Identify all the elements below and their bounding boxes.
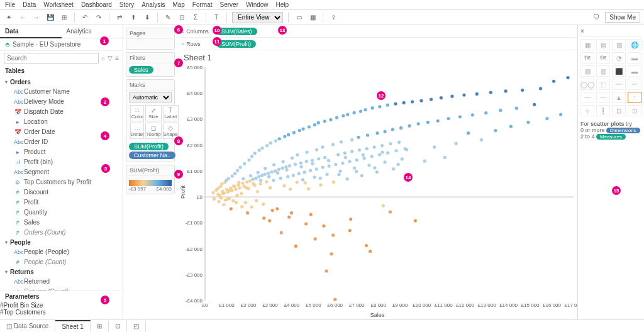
field-people-count-[interactable]: #People (Count) xyxy=(0,257,123,267)
new-dashboard-icon[interactable]: ⊡ xyxy=(109,321,127,331)
menu-analysis[interactable]: Analysis xyxy=(142,1,165,8)
field-product[interactable]: ▸Product xyxy=(0,147,123,157)
marks-label-button[interactable]: TLabel xyxy=(163,105,179,121)
menu-file[interactable]: File xyxy=(5,1,15,8)
menu-format[interactable]: Format xyxy=(192,1,213,8)
field-top-customers[interactable]: #Top Customers xyxy=(0,309,123,316)
showme-type-5[interactable]: 🗺 xyxy=(596,52,610,64)
new-ds-icon[interactable]: ⊞ xyxy=(59,13,69,23)
showme-type-18[interactable]: ▲ xyxy=(612,92,626,103)
fit-select[interactable]: Entire View xyxy=(232,12,283,23)
menu-server[interactable]: Server xyxy=(220,1,238,8)
showme-type-17[interactable]: 〰 xyxy=(596,92,610,103)
showme-type-22[interactable]: ⊡ xyxy=(612,105,626,116)
highlight-icon[interactable]: ✎ xyxy=(163,13,173,23)
field-order-id[interactable]: AbcOrder ID xyxy=(0,137,123,147)
undo-icon[interactable]: ↶ xyxy=(80,13,90,23)
showme-type-12[interactable]: ◯◯ xyxy=(580,79,594,90)
group-people[interactable]: People xyxy=(0,238,123,247)
showme-type-9[interactable]: ▥ xyxy=(596,65,610,77)
share-icon[interactable]: ⇪ xyxy=(328,13,338,23)
showme-type-10[interactable]: ⬛ xyxy=(612,65,626,77)
menu-data[interactable]: Data xyxy=(23,1,36,8)
showme-type-2[interactable]: ▥ xyxy=(612,39,626,50)
field-dispatch-date[interactable]: 📅Dispatch Date xyxy=(0,107,123,117)
group-orders[interactable]: Orders xyxy=(0,77,123,87)
showme-type-19[interactable]: ∴ xyxy=(628,92,641,103)
field-profit-bin-[interactable]: .ılProfit (bin) xyxy=(0,157,123,167)
group-icon[interactable]: ⊡ xyxy=(177,13,187,23)
menu-map[interactable]: Map xyxy=(172,1,184,8)
field-delivery-mode[interactable]: AbcDelivery Mode xyxy=(0,97,123,107)
sort-desc-icon[interactable]: ⬇ xyxy=(142,13,152,23)
redo-icon[interactable]: ↷ xyxy=(94,13,104,23)
marks-size-button[interactable]: ⤢Size xyxy=(145,105,161,121)
rows-shelf[interactable]: Rows SUM(Profit) xyxy=(177,38,577,50)
field-people-people-[interactable]: AbcPeople (People) xyxy=(0,247,123,257)
marks-tooltip-button[interactable]: ◻Tooltip xyxy=(145,123,161,139)
cards-icon[interactable]: ▦ xyxy=(308,13,318,23)
field-quantity[interactable]: #Quantity xyxy=(0,208,123,218)
showme-type-7[interactable]: ▬ xyxy=(628,52,641,64)
showme-type-14[interactable]: 〰 xyxy=(612,79,626,90)
showme-type-4[interactable]: 🗺 xyxy=(580,52,594,64)
field-profit[interactable]: #Profit xyxy=(0,197,123,208)
field-location[interactable]: ▸Location xyxy=(0,117,123,127)
label-icon[interactable]: T xyxy=(211,13,221,23)
mark-pill-customer[interactable]: Customer Na.. xyxy=(129,152,175,159)
present-icon[interactable]: ▭ xyxy=(294,13,304,23)
color-legend-card[interactable]: SUM(Profit) -£3 957£4 883 xyxy=(126,165,175,194)
filter-pill-sales[interactable]: Sales xyxy=(129,66,153,74)
search-icon[interactable]: ⌕ xyxy=(101,55,105,62)
marks-card[interactable]: Marks Automatic ∷Color⤢SizeTLabel…Detail… xyxy=(126,79,175,162)
tab-data[interactable]: Data xyxy=(0,25,62,38)
menu-dashboard[interactable]: Dashboard xyxy=(81,1,112,8)
showme-toggle[interactable]: Show Me xyxy=(605,12,640,23)
group-returns[interactable]: Returns xyxy=(0,267,123,277)
marks-color-button[interactable]: ∷Color xyxy=(130,105,144,121)
mark-pill-profit[interactable]: SUM(Profit) xyxy=(129,143,169,150)
showme-type-21[interactable]: ┇ xyxy=(596,105,610,116)
field-profit-bin-size[interactable]: #Profit Bin Size xyxy=(0,302,123,309)
marks-detail-button[interactable]: …Detail xyxy=(130,123,144,139)
showme-type-8[interactable]: ▤ xyxy=(580,65,594,77)
showme-type-1[interactable]: ▤ xyxy=(596,39,610,50)
new-worksheet-icon[interactable]: ⊞ xyxy=(91,321,109,331)
field-orders-count-[interactable]: #Orders (Count) xyxy=(0,228,123,238)
pages-card[interactable]: Pages xyxy=(126,28,175,50)
search-input[interactable] xyxy=(4,53,99,64)
showme-type-16[interactable]: 〰 xyxy=(580,92,594,103)
guide-icon[interactable]: 🗨 xyxy=(591,13,601,23)
field-customer-name[interactable]: AbcCustomer Name xyxy=(0,87,123,97)
field-sales[interactable]: #Sales xyxy=(0,218,123,228)
menu-window[interactable]: Window xyxy=(246,1,269,8)
menu-story[interactable]: Story xyxy=(119,1,134,8)
showme-type-15[interactable]: 〰 xyxy=(628,79,641,90)
field-order-date[interactable]: 📅Order Date xyxy=(0,127,123,137)
showme-type-3[interactable]: 🌐 xyxy=(628,39,641,50)
showme-type-13[interactable]: ⬚ xyxy=(596,79,610,90)
showme-type-6[interactable]: ◔ xyxy=(612,52,626,64)
datasource-row[interactable]: Sample - EU Superstore xyxy=(0,38,123,51)
save-icon[interactable]: 💾 xyxy=(45,13,55,23)
showme-type-20[interactable]: ⊹ xyxy=(580,105,594,116)
field-top-customers-by-profit[interactable]: ⊚Top Customers by Profit xyxy=(0,177,123,187)
back-icon[interactable]: ← xyxy=(18,13,28,23)
marks-shape-button[interactable]: ◇Shape xyxy=(163,123,179,139)
sort-asc-icon[interactable]: ⬆ xyxy=(128,13,138,23)
menu-help[interactable]: Help xyxy=(276,1,289,8)
field-segment[interactable]: AbcSegment xyxy=(0,167,123,177)
tab-analytics[interactable]: Analytics xyxy=(62,25,123,38)
close-icon[interactable]: × xyxy=(580,28,584,35)
showme-type-23[interactable]: ⊡ xyxy=(628,105,641,116)
filter-icon[interactable]: ▽ xyxy=(108,55,113,62)
sheet-title[interactable]: Sheet 1 xyxy=(177,50,577,65)
forward-icon[interactable]: → xyxy=(31,13,42,23)
marktype-select[interactable]: Automatic xyxy=(129,92,172,102)
scatter-plot[interactable]: -£4 000-£3 000-£2 000-£1 000£0£1 000£2 0… xyxy=(177,65,577,319)
new-story-icon[interactable]: ◰ xyxy=(127,321,146,331)
totals-icon[interactable]: Σ xyxy=(191,13,201,23)
menu-icon[interactable]: ≡ xyxy=(115,55,119,62)
filters-card[interactable]: Filters Sales xyxy=(126,52,175,77)
tab-datasource[interactable]: ◫ Data Source xyxy=(0,321,55,331)
